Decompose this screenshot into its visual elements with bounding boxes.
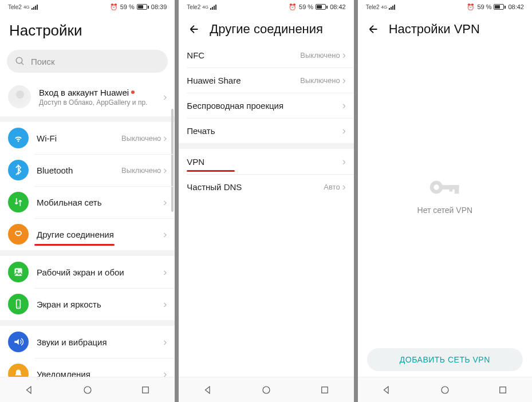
account-row[interactable]: Вход в аккаунт Huawei Доступ в Облако, A…: [0, 78, 175, 116]
row-value: Выключено: [300, 76, 340, 85]
chevron-right-icon: ›: [163, 266, 167, 278]
svg-point-15: [442, 387, 448, 393]
screen-settings: Tele2 4G ⏰ 59 % 08:39 Настройки Поиск Вх…: [0, 0, 175, 402]
nav-back-button[interactable]: [380, 384, 393, 396]
notification-dot-icon: [131, 90, 135, 94]
add-vpn-button[interactable]: ДОБАВИТЬ СЕТЬ VPN: [367, 348, 523, 371]
nav-back-button[interactable]: [23, 384, 36, 396]
row-label: Беспроводная проекция: [187, 101, 283, 111]
nav-home-button[interactable]: [439, 384, 451, 396]
chevron-right-icon: ›: [163, 132, 167, 144]
account-title: Вход в аккаунт Huawei: [39, 88, 129, 97]
row-label: Wi-Fi: [37, 133, 121, 143]
chevron-right-icon: ›: [163, 336, 167, 348]
empty-state: Нет сетей VPN: [358, 42, 532, 348]
nav-recent-button[interactable]: [139, 384, 152, 396]
net-label: 4G: [23, 5, 30, 10]
row-print[interactable]: Печать ›: [179, 118, 353, 143]
carrier-label: Tele2: [187, 4, 200, 10]
chevron-right-icon: ›: [163, 196, 167, 208]
page-title: Настройки VPN: [389, 22, 480, 37]
row-vpn[interactable]: VPN ›: [179, 149, 353, 174]
connections-group-1: NFC Выключено› Huawei Share Выключено› Б…: [179, 42, 353, 143]
link-icon: [8, 224, 29, 245]
back-button[interactable]: [367, 23, 380, 36]
row-wireless-projection[interactable]: Беспроводная проекция ›: [179, 93, 353, 118]
status-bar: Tele2 4G ⏰ 59 % 08:39: [0, 0, 175, 14]
chevron-right-icon: ›: [163, 164, 167, 176]
svg-point-5: [18, 306, 19, 308]
section-divider: [0, 320, 175, 326]
row-huawei-share[interactable]: Huawei Share Выключено›: [179, 68, 353, 93]
chevron-right-icon: ›: [163, 228, 167, 241]
alarm-icon: ⏰: [289, 3, 297, 11]
carrier-label: Tele2: [8, 4, 22, 10]
nav-bar: [179, 377, 353, 402]
row-label: Мобильная сеть: [37, 198, 163, 207]
row-value: Выключено: [300, 51, 340, 60]
bluetooth-icon: [8, 160, 29, 180]
search-input[interactable]: Поиск: [7, 50, 168, 73]
status-bar: Tele2 4G ⏰ 59 % 08:42: [358, 0, 532, 14]
svg-rect-9: [321, 387, 328, 393]
row-label: Другие соединения: [37, 230, 163, 239]
net-label: 4G: [202, 5, 208, 10]
clock-label: 08:39: [151, 3, 167, 10]
svg-line-1: [21, 62, 23, 65]
alarm-icon: ⏰: [110, 3, 118, 11]
row-mobile[interactable]: Мобильная сеть ›: [0, 186, 175, 218]
svg-rect-2: [14, 268, 22, 275]
row-value: Авто: [324, 183, 340, 191]
row-label: VPN: [187, 157, 204, 167]
nav-bar: [0, 377, 175, 402]
chevron-right-icon: ›: [342, 100, 346, 112]
signal-icon: [31, 4, 38, 10]
back-button[interactable]: [188, 23, 200, 36]
svg-rect-7: [143, 387, 149, 393]
nav-home-button[interactable]: [81, 384, 94, 396]
row-display-brightness[interactable]: Экран и яркость ›: [0, 288, 175, 320]
svg-rect-16: [500, 387, 506, 393]
nav-back-button[interactable]: [202, 384, 214, 396]
mobile-data-icon: [8, 192, 29, 212]
chevron-right-icon: ›: [342, 181, 346, 193]
battery-pct: 59 %: [299, 3, 313, 10]
net-label: 4G: [381, 5, 388, 10]
svg-rect-14: [449, 185, 452, 191]
row-sound-vibration[interactable]: Звуки и вибрация ›: [0, 326, 175, 358]
row-value: Выключено: [121, 166, 161, 175]
battery-icon: [494, 4, 506, 10]
nav-home-button[interactable]: [260, 384, 273, 396]
nav-recent-button[interactable]: [318, 384, 331, 396]
search-icon: [15, 56, 25, 66]
row-label: Частный DNS: [187, 182, 242, 192]
row-private-dns[interactable]: Частный DNS Авто›: [179, 174, 353, 199]
row-nfc[interactable]: NFC Выключено›: [179, 42, 353, 68]
alarm-icon: ⏰: [467, 3, 475, 11]
svg-point-3: [16, 270, 18, 271]
row-other-connections[interactable]: Другие соединения ›: [0, 218, 175, 250]
wifi-icon: [8, 128, 29, 148]
sound-icon: [8, 332, 29, 352]
svg-point-0: [16, 57, 22, 64]
section-divider: [179, 143, 353, 149]
row-bluetooth[interactable]: Bluetooth Выключено ›: [0, 154, 175, 186]
add-vpn-label: ДОБАВИТЬ СЕТЬ VPN: [400, 355, 490, 364]
row-label: NFC: [187, 50, 204, 60]
row-label: Печать: [187, 126, 215, 136]
clock-label: 08:42: [508, 3, 524, 10]
screen-other-connections: Tele2 4G ⏰ 59 % 08:42 Другие соединения …: [179, 0, 353, 402]
battery-pct: 59 %: [120, 3, 135, 10]
svg-rect-13: [455, 185, 459, 194]
highlight-underline: [34, 244, 115, 246]
row-home-screen[interactable]: Рабочий экран и обои ›: [0, 256, 175, 288]
chevron-right-icon: ›: [342, 156, 346, 168]
screen-vpn-settings: Tele2 4G ⏰ 59 % 08:42 Настройки VPN Нет …: [358, 0, 532, 402]
header: Настройки VPN: [358, 14, 532, 42]
key-icon: [428, 176, 462, 199]
account-subtitle: Доступ в Облако, AppGallery и пр.: [39, 98, 155, 107]
row-wifi[interactable]: Wi-Fi Выключено ›: [0, 122, 175, 154]
nav-recent-button[interactable]: [496, 384, 509, 396]
battery-pct: 59 %: [477, 3, 491, 10]
avatar-icon: [8, 85, 31, 108]
